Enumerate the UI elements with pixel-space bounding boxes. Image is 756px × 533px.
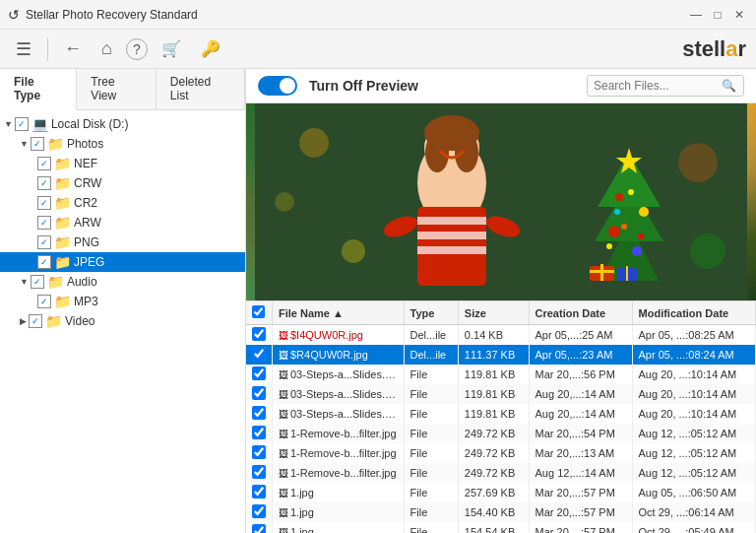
table-row[interactable]: 🖼$I4QUW0R.jpg Del...ile 0.14 KB Apr 05,.… — [246, 325, 756, 346]
close-button[interactable]: ✕ — [730, 6, 748, 24]
tree-item-photos[interactable]: ▼ 📁 Photos — [0, 134, 245, 154]
row-type: File — [404, 443, 458, 463]
tree-item-arw[interactable]: 📁 ARW — [0, 213, 245, 233]
row-type: File — [404, 522, 458, 533]
row-checkbox-cell[interactable] — [246, 522, 273, 533]
table-row[interactable]: 🖼03-Steps-a...Slides.jpg File 119.81 KB … — [246, 404, 756, 424]
row-checkbox-cell[interactable] — [246, 463, 273, 483]
row-created: Mar 20,...:56 PM — [529, 365, 632, 384]
tree-checkbox[interactable] — [37, 216, 51, 230]
table-row[interactable]: 🖼1-Remove-b...filter.jpg File 249.72 KB … — [246, 463, 756, 483]
row-filename: 🖼1.jpg — [273, 502, 405, 522]
tree-item-png[interactable]: 📁 PNG — [0, 233, 245, 252]
search-icon: 🔍 — [722, 79, 736, 93]
table-row[interactable]: 🖼1-Remove-b...filter.jpg File 249.72 KB … — [246, 443, 756, 463]
row-checkbox-cell[interactable] — [246, 365, 273, 384]
row-created: Apr 05,...:25 AM — [529, 325, 632, 346]
svg-point-22 — [425, 133, 449, 172]
tree-item-video[interactable]: ▶ 📁 Video — [0, 311, 245, 331]
row-checkbox-cell[interactable] — [246, 483, 273, 502]
row-checkbox-cell[interactable] — [246, 424, 273, 443]
tree-item-jpeg[interactable]: 📁 JPEG — [0, 252, 245, 272]
minimize-button[interactable]: — — [687, 6, 705, 24]
home-button[interactable]: ⌂ — [95, 34, 118, 63]
row-checkbox[interactable] — [252, 406, 266, 420]
search-box[interactable]: 🔍 — [587, 75, 744, 97]
row-modified: Oct 29, ...:05:49 AM — [632, 522, 755, 533]
row-checkbox-cell[interactable] — [246, 345, 273, 365]
row-checkbox[interactable] — [252, 445, 266, 459]
file-icon: 🖼 — [279, 448, 288, 459]
tab-tree-view[interactable]: Tree View — [77, 69, 157, 109]
tree-checkbox[interactable] — [37, 295, 51, 308]
tree-checkbox[interactable] — [37, 176, 51, 190]
svg-point-12 — [628, 189, 634, 195]
row-checkbox-cell[interactable] — [246, 443, 273, 463]
back-button[interactable]: ← — [58, 34, 88, 63]
table-row[interactable]: 🖼1.jpg File 154.54 KB Mar 20,...:57 PM O… — [246, 522, 756, 533]
row-type: File — [404, 502, 458, 522]
tree-item-cr2[interactable]: 📁 CR2 — [0, 193, 245, 213]
table-row[interactable]: 🖼1.jpg File 154.40 KB Mar 20,...:57 PM O… — [246, 502, 756, 522]
row-checkbox[interactable] — [252, 504, 266, 518]
tree-checkbox[interactable] — [37, 255, 51, 269]
menu-button[interactable]: ☰ — [10, 34, 37, 64]
tree-item-audio[interactable]: ▼ 📁 Audio — [0, 272, 245, 292]
tree-item-crw[interactable]: 📁 CRW — [0, 173, 245, 193]
tree-checkbox[interactable] — [37, 235, 51, 249]
table-row[interactable]: 🖼1.jpg File 257.69 KB Mar 20,...:57 PM A… — [246, 483, 756, 502]
row-type: File — [404, 424, 458, 443]
tree-checkbox[interactable] — [37, 196, 51, 210]
th-modification: Modification Date — [632, 301, 755, 325]
file-icon: 🖼 — [279, 389, 288, 400]
toolbar: ☰ ← ⌂ ? 🛒 🔑 stellar — [0, 30, 756, 69]
tree-checkbox[interactable] — [31, 137, 44, 151]
table-row[interactable]: 🖼$R4QUW0R.jpg Del...ile 111.37 KB Apr 05… — [246, 345, 756, 365]
table-row[interactable]: 🖼03-Steps-a...Slides.jpg File 119.81 KB … — [246, 384, 756, 404]
row-filename: 🖼03-Steps-a...Slides.jpg — [273, 384, 405, 404]
tree-item-label: Photos — [67, 137, 103, 151]
select-all-checkbox[interactable] — [252, 305, 265, 318]
cart-button[interactable]: 🛒 — [156, 35, 187, 62]
row-filename: 🖼03-Steps-a...Slides.jpg — [273, 365, 405, 384]
tree-checkbox[interactable] — [31, 275, 44, 289]
row-checkbox[interactable] — [252, 426, 266, 439]
help-button[interactable]: ? — [126, 38, 148, 60]
row-checkbox-cell[interactable] — [246, 384, 273, 404]
row-type: File — [404, 384, 458, 404]
preview-toggle[interactable] — [258, 76, 297, 96]
row-checkbox[interactable] — [252, 386, 266, 400]
row-checkbox[interactable] — [252, 347, 266, 361]
left-panel: File Type Tree View Deleted List ▼ 💻 Loc… — [0, 69, 246, 533]
row-created: Aug 20,...:14 AM — [529, 404, 632, 424]
table-row[interactable]: 🖼03-Steps-a...Slides.jpg File 119.81 KB … — [246, 365, 756, 384]
key-button[interactable]: 🔑 — [195, 35, 226, 62]
maximize-button[interactable]: □ — [709, 6, 726, 24]
tab-file-type[interactable]: File Type — [0, 69, 77, 110]
tab-deleted-list[interactable]: Deleted List — [157, 69, 245, 109]
row-checkbox-cell[interactable] — [246, 404, 273, 424]
row-checkbox[interactable] — [252, 524, 266, 533]
preview-header: Turn Off Preview 🔍 — [246, 69, 756, 103]
tree-item-label: JPEG — [74, 255, 104, 269]
title-bar-controls: — □ ✕ — [687, 6, 748, 24]
table-row[interactable]: 🖼1-Remove-b...filter.jpg File 249.72 KB … — [246, 424, 756, 443]
tree-item-label: CR2 — [74, 196, 97, 210]
row-checkbox-cell[interactable] — [246, 502, 273, 522]
search-input[interactable] — [594, 79, 722, 93]
row-filename: 🖼$R4QUW0R.jpg — [273, 345, 405, 365]
row-checkbox[interactable] — [252, 465, 266, 479]
tree-checkbox[interactable] — [29, 314, 42, 328]
row-checkbox[interactable] — [252, 485, 266, 499]
tree-checkbox[interactable] — [37, 157, 51, 170]
tree-checkbox[interactable] — [15, 117, 29, 131]
row-checkbox-cell[interactable] — [246, 325, 273, 346]
row-checkbox[interactable] — [252, 327, 266, 341]
th-checkbox — [246, 301, 273, 325]
tree-item-label: PNG — [74, 235, 99, 249]
tree-item-mp3[interactable]: 📁 MP3 — [0, 292, 245, 311]
tree-item-local-disk[interactable]: ▼ 💻 Local Disk (D:) — [0, 114, 245, 134]
row-type: File — [404, 404, 458, 424]
row-checkbox[interactable] — [252, 366, 266, 380]
tree-item-nef[interactable]: 📁 NEF — [0, 154, 245, 173]
